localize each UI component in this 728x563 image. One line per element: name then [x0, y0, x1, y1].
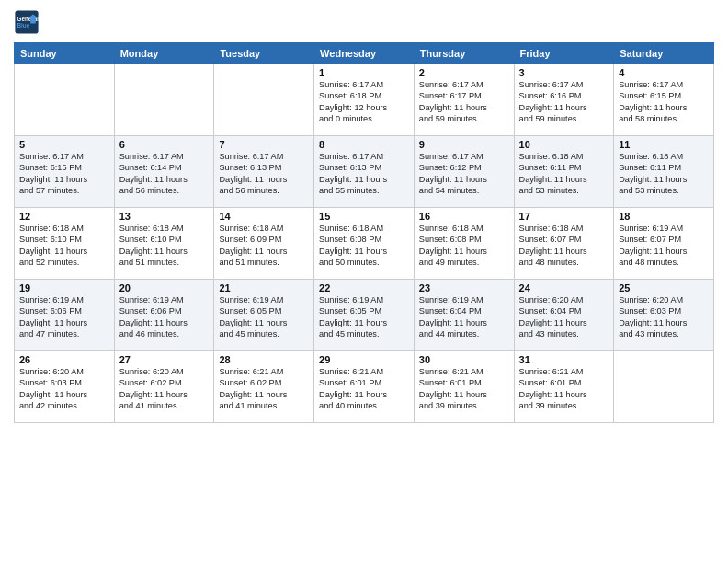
day-number: 1: [319, 67, 409, 78]
calendar-cell: 17Sunrise: 6:18 AMSunset: 6:07 PMDayligh…: [514, 208, 614, 280]
day-number: 25: [619, 282, 709, 293]
cell-text: and 55 minutes.: [319, 185, 409, 196]
week-row-2: 12Sunrise: 6:18 AMSunset: 6:10 PMDayligh…: [15, 208, 714, 280]
logo: General Blue: [14, 9, 40, 35]
cell-text: Sunrise: 6:18 AM: [119, 223, 210, 234]
calendar-cell: 14Sunrise: 6:18 AMSunset: 6:09 PMDayligh…: [214, 208, 314, 280]
day-number: 19: [19, 282, 109, 293]
cell-text: Daylight: 11 hours: [319, 174, 409, 185]
calendar-cell: [15, 64, 115, 136]
cell-text: Daylight: 11 hours: [119, 317, 210, 328]
cell-text: Daylight: 11 hours: [519, 102, 609, 113]
cell-text: Sunrise: 6:19 AM: [19, 294, 109, 305]
page: General Blue SundayMondayTuesdayWednesda…: [0, 0, 728, 563]
cell-text: Daylight: 11 hours: [419, 246, 509, 257]
day-number: 6: [119, 139, 210, 150]
day-number: 14: [219, 211, 309, 222]
day-number: 7: [219, 139, 309, 150]
day-number: 3: [519, 67, 609, 78]
cell-text: Sunrise: 6:18 AM: [219, 223, 309, 234]
cell-text: Sunset: 6:11 PM: [519, 162, 609, 173]
cell-text: Daylight: 11 hours: [219, 174, 309, 185]
cell-text: and 45 minutes.: [219, 328, 309, 339]
cell-text: Sunrise: 6:17 AM: [319, 79, 409, 90]
cell-text: Sunset: 6:03 PM: [619, 305, 709, 316]
cell-text: Sunrise: 6:17 AM: [519, 79, 609, 90]
day-number: 21: [219, 282, 309, 293]
cell-text: Sunrise: 6:19 AM: [419, 294, 509, 305]
cell-text: Sunset: 6:05 PM: [319, 305, 409, 316]
cell-text: Daylight: 11 hours: [19, 317, 109, 328]
cell-text: Daylight: 11 hours: [319, 246, 409, 257]
cell-text: Sunrise: 6:18 AM: [19, 223, 109, 234]
calendar-cell: 24Sunrise: 6:20 AMSunset: 6:04 PMDayligh…: [514, 280, 614, 351]
cell-text: and 57 minutes.: [19, 185, 109, 196]
cell-text: and 45 minutes.: [319, 328, 409, 339]
logo-icon: General Blue: [14, 9, 40, 35]
week-row-0: 1Sunrise: 6:17 AMSunset: 6:18 PMDaylight…: [15, 64, 714, 136]
calendar-cell: 8Sunrise: 6:17 AMSunset: 6:13 PMDaylight…: [314, 136, 415, 208]
cell-text: Sunset: 6:10 PM: [19, 234, 109, 245]
calendar-cell: 31Sunrise: 6:21 AMSunset: 6:01 PMDayligh…: [514, 351, 614, 423]
cell-text: and 40 minutes.: [319, 400, 409, 411]
cell-text: Sunrise: 6:17 AM: [419, 151, 509, 162]
cell-text: Sunrise: 6:21 AM: [319, 366, 409, 377]
calendar-cell: 3Sunrise: 6:17 AMSunset: 6:16 PMDaylight…: [514, 64, 614, 136]
cell-text: Daylight: 11 hours: [219, 317, 309, 328]
cell-text: and 51 minutes.: [219, 257, 309, 268]
calendar-cell: [214, 64, 314, 136]
calendar-cell: 19Sunrise: 6:19 AMSunset: 6:06 PMDayligh…: [15, 280, 115, 351]
week-row-3: 19Sunrise: 6:19 AMSunset: 6:06 PMDayligh…: [15, 280, 714, 351]
cell-text: Daylight: 11 hours: [119, 174, 210, 185]
day-number: 9: [419, 139, 509, 150]
cell-text: and 56 minutes.: [219, 185, 309, 196]
calendar-cell: 4Sunrise: 6:17 AMSunset: 6:15 PMDaylight…: [614, 64, 714, 136]
day-number: 2: [419, 67, 509, 78]
calendar-cell: 15Sunrise: 6:18 AMSunset: 6:08 PMDayligh…: [314, 208, 415, 280]
cell-text: and 50 minutes.: [319, 257, 409, 268]
day-number: 12: [19, 211, 109, 222]
cell-text: Sunset: 6:17 PM: [419, 90, 509, 101]
calendar-cell: [614, 351, 714, 423]
cell-text: Sunrise: 6:17 AM: [19, 151, 109, 162]
cell-text: and 53 minutes.: [519, 185, 609, 196]
cell-text: Daylight: 11 hours: [219, 246, 309, 257]
calendar-cell: 1Sunrise: 6:17 AMSunset: 6:18 PMDaylight…: [314, 64, 415, 136]
cell-text: and 52 minutes.: [19, 257, 109, 268]
calendar-cell: 16Sunrise: 6:18 AMSunset: 6:08 PMDayligh…: [414, 208, 514, 280]
day-number: 27: [119, 354, 210, 365]
cell-text: and 51 minutes.: [119, 257, 210, 268]
weekday-header-saturday: Saturday: [614, 43, 714, 64]
cell-text: Daylight: 11 hours: [319, 389, 409, 400]
cell-text: Sunset: 6:07 PM: [619, 234, 709, 245]
day-number: 10: [519, 139, 609, 150]
cell-text: Sunset: 6:14 PM: [119, 162, 210, 173]
calendar-table: SundayMondayTuesdayWednesdayThursdayFrid…: [14, 42, 714, 423]
cell-text: and 39 minutes.: [519, 400, 609, 411]
cell-text: and 54 minutes.: [419, 185, 509, 196]
cell-text: Sunrise: 6:19 AM: [319, 294, 409, 305]
calendar-cell: 18Sunrise: 6:19 AMSunset: 6:07 PMDayligh…: [614, 208, 714, 280]
cell-text: and 0 minutes.: [319, 113, 409, 124]
week-row-4: 26Sunrise: 6:20 AMSunset: 6:03 PMDayligh…: [15, 351, 714, 423]
day-number: 13: [119, 211, 210, 222]
day-number: 31: [519, 354, 609, 365]
day-number: 15: [319, 211, 409, 222]
cell-text: Sunset: 6:08 PM: [319, 234, 409, 245]
cell-text: Sunset: 6:18 PM: [319, 90, 409, 101]
day-number: 5: [19, 139, 109, 150]
cell-text: Daylight: 11 hours: [619, 102, 709, 113]
calendar-cell: 6Sunrise: 6:17 AMSunset: 6:14 PMDaylight…: [114, 136, 214, 208]
cell-text: Sunset: 6:13 PM: [219, 162, 309, 173]
cell-text: and 46 minutes.: [119, 328, 210, 339]
day-number: 16: [419, 211, 509, 222]
cell-text: Sunrise: 6:17 AM: [319, 151, 409, 162]
calendar-cell: 2Sunrise: 6:17 AMSunset: 6:17 PMDaylight…: [414, 64, 514, 136]
cell-text: and 39 minutes.: [419, 400, 509, 411]
cell-text: Sunset: 6:01 PM: [519, 377, 609, 388]
cell-text: Sunrise: 6:19 AM: [119, 294, 210, 305]
cell-text: and 48 minutes.: [519, 257, 609, 268]
cell-text: Sunrise: 6:19 AM: [219, 294, 309, 305]
cell-text: Sunset: 6:04 PM: [519, 305, 609, 316]
calendar-cell: 29Sunrise: 6:21 AMSunset: 6:01 PMDayligh…: [314, 351, 415, 423]
